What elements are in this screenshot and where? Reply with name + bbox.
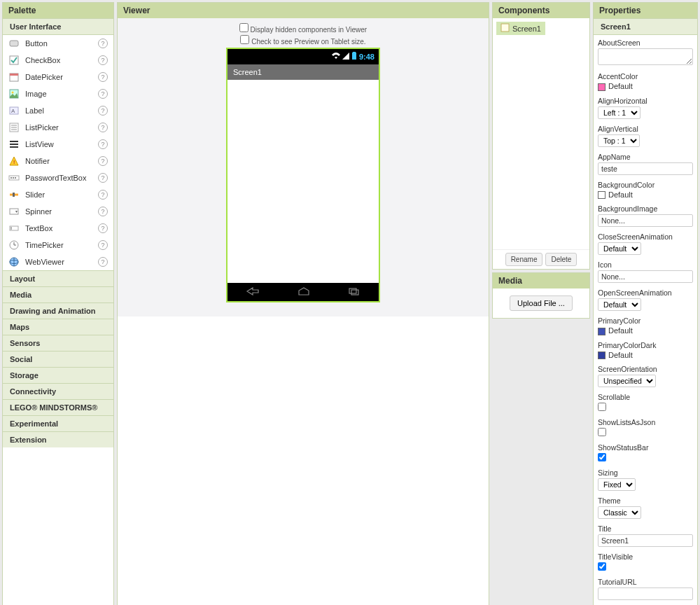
prop-sizing-select[interactable]: Fixed bbox=[598, 478, 636, 491]
components-panel: Components Screen1 Rename Delete bbox=[492, 2, 590, 270]
webviewer-icon bbox=[8, 256, 20, 267]
prop-accentcolor-value[interactable]: Default bbox=[598, 82, 693, 91]
phone-canvas[interactable] bbox=[227, 80, 379, 283]
svg-rect-31 bbox=[352, 53, 356, 60]
prop-icon-input[interactable] bbox=[598, 270, 693, 283]
phone-screen-title: Screen1 bbox=[227, 64, 379, 80]
prop-aboutscreen-label: AboutScreen bbox=[598, 39, 693, 47]
viewer-opt-tablet-cb[interactable] bbox=[240, 35, 249, 44]
help-icon[interactable]: ? bbox=[98, 55, 108, 65]
prop-showstatus-cb[interactable] bbox=[598, 453, 606, 461]
prop-alignv-select[interactable]: Top : 1 bbox=[598, 134, 640, 147]
palette-group-connectivity[interactable]: Connectivity bbox=[3, 383, 113, 399]
prop-showlists-cb[interactable] bbox=[598, 428, 606, 436]
component-tree[interactable]: Screen1 bbox=[493, 18, 589, 249]
svg-point-5 bbox=[12, 92, 14, 94]
palette-group-sensors[interactable]: Sensors bbox=[3, 335, 113, 351]
prop-showlists-label: ShowListsAsJson bbox=[598, 418, 693, 426]
prop-closeanim-select[interactable]: Default bbox=[598, 242, 641, 255]
viewer-opt-hidden-cb[interactable] bbox=[239, 23, 248, 32]
timepicker-icon bbox=[8, 239, 20, 251]
prop-appname-input[interactable] bbox=[598, 162, 693, 175]
prop-icon-label: Icon bbox=[598, 260, 693, 269]
help-icon[interactable]: ? bbox=[98, 106, 108, 116]
palette-item-timepicker[interactable]: TimePicker? bbox=[3, 237, 113, 253]
palette-item-slider[interactable]: Slider? bbox=[3, 186, 113, 203]
prop-bgcolor-value[interactable]: Default bbox=[598, 190, 693, 200]
help-icon[interactable]: ? bbox=[98, 123, 108, 132]
slider-icon bbox=[8, 189, 20, 200]
prop-title-input[interactable] bbox=[598, 534, 693, 547]
palette-item-label: DatePicker bbox=[25, 73, 98, 81]
prop-primarycolordark-value[interactable]: Default bbox=[598, 351, 693, 360]
palette-item-listview[interactable]: ListView? bbox=[3, 136, 113, 153]
viewer-opt-hidden[interactable]: Display hidden components in Viewer bbox=[239, 23, 367, 34]
palette-item-image[interactable]: Image? bbox=[3, 85, 113, 102]
palette-item-spinner[interactable]: Spinner? bbox=[3, 203, 113, 220]
rename-button[interactable]: Rename bbox=[505, 253, 543, 266]
prop-alignv-label: AlignVertical bbox=[598, 125, 693, 133]
prop-alignh-select[interactable]: Left : 1 bbox=[598, 106, 640, 119]
upload-file-button[interactable]: Upload File ... bbox=[510, 295, 573, 311]
help-icon[interactable]: ? bbox=[98, 240, 108, 250]
palette-group-ui[interactable]: User Interface bbox=[3, 18, 113, 35]
palette-item-button[interactable]: Button? bbox=[3, 35, 113, 52]
help-icon[interactable]: ? bbox=[98, 190, 108, 200]
palette-group-storage[interactable]: Storage bbox=[3, 367, 113, 383]
palette-group-layout[interactable]: Layout bbox=[3, 270, 113, 286]
palette-item-checkbox[interactable]: CheckBox? bbox=[3, 52, 113, 69]
prop-openanim-select[interactable]: Default bbox=[598, 298, 641, 311]
properties-screen-name: Screen1 bbox=[594, 18, 697, 35]
textbox-icon bbox=[8, 223, 20, 234]
palette-item-passwordtextbox[interactable]: PasswordTextBox? bbox=[3, 169, 113, 186]
palette-item-label[interactable]: ALabel? bbox=[3, 102, 113, 119]
prop-tutorialurl-input[interactable] bbox=[598, 587, 693, 600]
palette-item-label: ListPicker bbox=[25, 123, 98, 132]
help-icon[interactable]: ? bbox=[98, 173, 108, 183]
help-icon[interactable]: ? bbox=[98, 72, 108, 82]
help-icon[interactable]: ? bbox=[98, 257, 108, 267]
help-icon[interactable]: ? bbox=[98, 156, 108, 166]
help-icon[interactable]: ? bbox=[98, 207, 108, 216]
palette-group-media[interactable]: Media bbox=[3, 286, 113, 302]
help-icon[interactable]: ? bbox=[98, 139, 108, 149]
svg-text:A: A bbox=[11, 108, 15, 114]
palette-group-social[interactable]: Social bbox=[3, 351, 113, 367]
prop-primarycolor-value[interactable]: Default bbox=[598, 326, 693, 335]
help-icon[interactable]: ? bbox=[98, 89, 108, 99]
palette-group-extension[interactable]: Extension bbox=[3, 431, 113, 447]
palette-item-datepicker[interactable]: DatePicker? bbox=[3, 69, 113, 85]
help-icon[interactable]: ? bbox=[98, 39, 108, 48]
svg-rect-33 bbox=[349, 288, 356, 293]
palette-item-webviewer[interactable]: WebViewer? bbox=[3, 253, 113, 270]
prop-bgimage-input[interactable] bbox=[598, 214, 693, 227]
back-icon bbox=[246, 286, 260, 298]
notifier-icon: ! bbox=[8, 155, 20, 167]
svg-point-18 bbox=[13, 177, 14, 179]
prop-primarycolor-label: PrimaryColor bbox=[598, 317, 693, 325]
palette-item-notifier[interactable]: !Notifier? bbox=[3, 153, 113, 169]
component-screen1[interactable]: Screen1 bbox=[496, 22, 545, 35]
prop-titlevisible-cb[interactable] bbox=[598, 562, 606, 571]
delete-button[interactable]: Delete bbox=[545, 253, 577, 266]
palette-group-lego-mindstorms-[interactable]: LEGO® MINDSTORMS® bbox=[3, 399, 113, 415]
prop-theme-select[interactable]: Classic bbox=[598, 506, 641, 519]
svg-rect-3 bbox=[10, 74, 18, 76]
palette-group-maps[interactable]: Maps bbox=[3, 319, 113, 335]
palette-item-textbox[interactable]: TextBox? bbox=[3, 220, 113, 237]
image-icon bbox=[8, 88, 20, 99]
svg-rect-34 bbox=[351, 290, 358, 295]
prop-openanim-label: OpenScreenAnimation bbox=[598, 288, 693, 297]
help-icon[interactable]: ? bbox=[98, 223, 108, 233]
viewer-opt-tablet[interactable]: Check to see Preview on Tablet size. bbox=[240, 35, 365, 46]
palette-item-listpicker[interactable]: ListPicker? bbox=[3, 119, 113, 136]
palette-group-experimental[interactable]: Experimental bbox=[3, 415, 113, 431]
palette-item-label: PasswordTextBox bbox=[25, 174, 98, 182]
prop-aboutscreen-input[interactable] bbox=[598, 48, 693, 65]
palette-item-label: Button bbox=[25, 39, 98, 48]
prop-scrollable-cb[interactable] bbox=[598, 403, 606, 411]
palette-item-label: Spinner bbox=[25, 207, 98, 216]
prop-sizing-label: Sizing bbox=[598, 468, 693, 477]
palette-group-drawing-and-animation[interactable]: Drawing and Animation bbox=[3, 302, 113, 319]
prop-orientation-select[interactable]: Unspecified bbox=[598, 375, 656, 387]
